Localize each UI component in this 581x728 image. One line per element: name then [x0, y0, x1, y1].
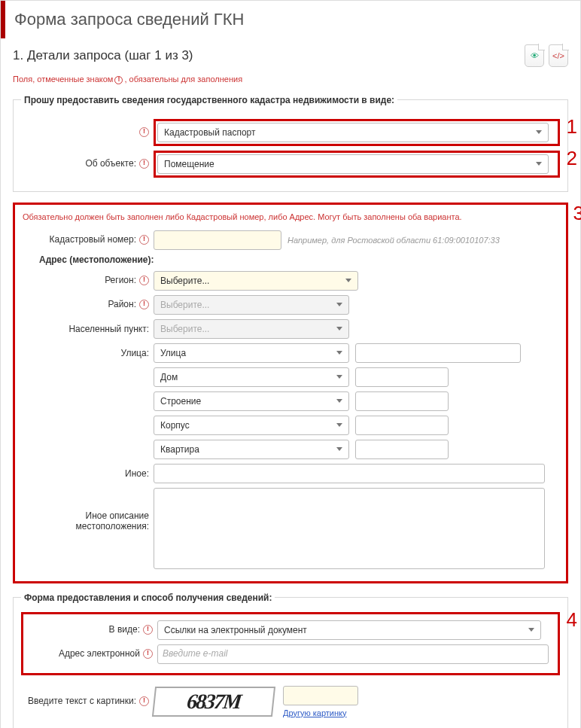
region-select[interactable]: Выберите...: [154, 271, 358, 291]
fieldset-legend: Форма предоставления и способ получения …: [21, 592, 275, 603]
chevron-down-icon: [345, 279, 351, 282]
captcha-input[interactable]: [283, 686, 358, 705]
street-label: Улица:: [121, 348, 149, 358]
chevron-down-icon: [336, 351, 342, 355]
district-select[interactable]: Выберите...: [154, 295, 349, 315]
fieldset-request-type: Прошу предоставить сведения государствен…: [13, 95, 568, 192]
email-label: Адрес электронной: [59, 648, 140, 659]
chevron-down-icon: [336, 327, 342, 330]
city-label: Населенный пункт:: [68, 324, 149, 334]
address-section: 3 Обязательно должен быть заполнен либо …: [13, 203, 568, 583]
xml-doc-icon[interactable]: </>: [549, 44, 568, 67]
other-label: Иное:: [125, 468, 149, 479]
corpus-input[interactable]: [355, 416, 449, 435]
required-mark-icon: [139, 276, 149, 285]
object-type-select[interactable]: Помещение: [157, 154, 549, 174]
street-name-input[interactable]: [355, 343, 521, 363]
email-input[interactable]: Введите e-mail: [157, 644, 549, 664]
view-doc-icon[interactable]: 👁: [525, 44, 544, 67]
kad-hint: Например, для Ростовской области 61:09:0…: [287, 236, 500, 245]
building-type-select[interactable]: Строение: [154, 391, 349, 411]
chevron-down-icon: [336, 303, 342, 306]
chevron-down-icon: [336, 399, 342, 403]
required-mark-icon: [139, 696, 149, 706]
required-mark-icon: [143, 649, 153, 659]
chevron-down-icon: [536, 162, 542, 166]
page-title-bar: Форма запроса сведений ГКН: [1, 1, 580, 38]
annot-2: 2: [567, 147, 577, 170]
page-title: Форма запроса сведений ГКН: [14, 10, 580, 29]
chevron-down-icon: [336, 375, 342, 379]
chevron-down-icon: [336, 447, 342, 451]
other-desc-label-2: местоположения:: [21, 521, 149, 532]
document-type-select[interactable]: Кадастровый паспорт: [157, 123, 549, 142]
fieldset-delivery: Форма предоставления и способ получения …: [13, 592, 568, 728]
required-mark-icon: [114, 76, 123, 84]
required-mark-icon: [143, 625, 153, 635]
format-select[interactable]: Ссылки на электронный документ: [157, 620, 541, 640]
building-input[interactable]: [355, 391, 449, 411]
district-label: Район:: [108, 299, 136, 309]
annot-3: 3: [573, 202, 581, 225]
region-label: Регион:: [105, 275, 136, 285]
required-mark-icon: [139, 300, 149, 309]
captcha-refresh-link[interactable]: Другую картинку: [283, 708, 358, 717]
other-input[interactable]: [154, 464, 545, 483]
format-label: В виде:: [109, 624, 140, 635]
required-mark-icon: [139, 235, 149, 245]
captcha-image: 6837M: [152, 687, 275, 717]
cadastral-number-input[interactable]: [154, 230, 281, 250]
annot-1: 1: [567, 115, 577, 139]
object-label: Об объекте:: [85, 158, 136, 169]
chevron-down-icon: [336, 423, 342, 427]
step-title: 1. Детали запроса (шаг 1 из 3): [13, 48, 193, 63]
kad-label: Кадастровый номер:: [50, 234, 136, 245]
street-type-select[interactable]: Улица: [154, 343, 349, 363]
captcha-label: Введите текст с картинки:: [28, 696, 136, 706]
chevron-down-icon: [536, 130, 542, 134]
section-warning: Обязательно должен быть заполнен либо Ка…: [23, 212, 560, 221]
required-hint: Поля, отмеченные знаком, обязательны для…: [13, 75, 568, 84]
house-input[interactable]: [355, 367, 449, 387]
flat-type-select[interactable]: Квартира: [154, 440, 349, 459]
corpus-type-select[interactable]: Корпус: [154, 416, 349, 435]
fieldset-legend: Прошу предоставить сведения государствен…: [21, 95, 397, 105]
city-select[interactable]: Выберите...: [154, 319, 349, 339]
annot-4: 4: [567, 608, 577, 632]
required-mark-icon: [139, 127, 149, 137]
flat-input[interactable]: [355, 440, 449, 459]
house-type-select[interactable]: Дом: [154, 367, 349, 387]
required-mark-icon: [139, 159, 149, 169]
chevron-down-icon: [528, 628, 534, 632]
other-description-textarea[interactable]: [154, 488, 545, 569]
address-heading: Адрес (местоположение):: [39, 254, 560, 265]
other-desc-label-1: Иное описание: [21, 510, 149, 521]
